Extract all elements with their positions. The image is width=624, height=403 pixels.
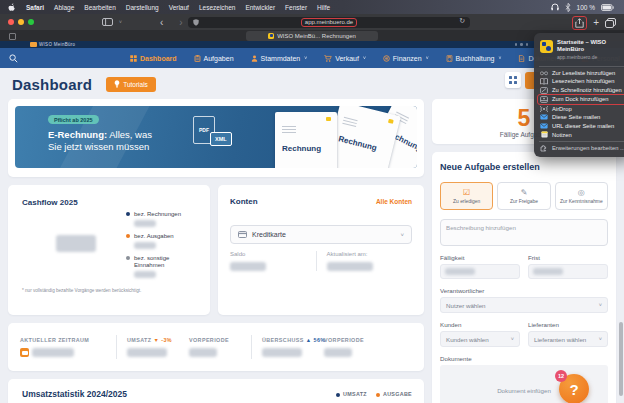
pinned-tab-icon[interactable] xyxy=(9,33,16,40)
beschreibung-textarea[interactable]: Beschreibung hinzufügen xyxy=(440,219,608,246)
type-zu-erledigen[interactable]: ☑ Zu erledigen xyxy=(440,182,493,210)
menu-item-notizen[interactable]: Notizen xyxy=(538,130,624,139)
nav-item-aufgaben[interactable]: Aufgaben xyxy=(194,55,234,62)
dashboard-page: Dashboard Tutorials Pflicht ab 2025 E-Re… xyxy=(0,68,624,403)
tab-overview-button[interactable] xyxy=(605,18,616,28)
period-stats-card: AKTUELLER ZEITRAUM UMSATZ▼-3% VORPERIODE… xyxy=(8,323,424,371)
kunden-select[interactable]: Kunden wählen˅ xyxy=(440,331,520,347)
konto-select[interactable]: Kreditkarte ˅ xyxy=(230,225,412,244)
menu-item-leseliste[interactable]: Zur Leseliste hinzufügen xyxy=(538,69,624,78)
back-button[interactable]: ‹ xyxy=(160,17,163,28)
headphones-icon[interactable] xyxy=(551,3,559,11)
app-top-strip: WISO MeinBüro xyxy=(0,41,624,48)
battery-percent: 100 % xyxy=(577,4,595,11)
menu-item-airdrop[interactable]: AirDrop xyxy=(538,105,624,114)
banner-title: E-Rechnung: Alles, was Sie jetzt wissen … xyxy=(48,129,152,152)
menu-item-lesezeichen[interactable]: Lesezeichen hinzufügen xyxy=(538,77,624,86)
menu-darstellung[interactable]: Darstellung xyxy=(121,4,164,11)
eye-icon: ◎ xyxy=(578,189,585,197)
dock-icon xyxy=(540,96,548,103)
active-tab[interactable]: WISO MeinBü... Rechnungen xyxy=(246,31,378,41)
faelligkeit-input[interactable] xyxy=(440,264,520,279)
invoice-images: Rechnung Rechnung Rechnung xyxy=(273,110,417,168)
tasks-icon xyxy=(194,55,201,62)
person-icon xyxy=(251,55,258,62)
mail-icon xyxy=(540,114,548,120)
saldo-value-redacted xyxy=(230,262,266,271)
saldo-label: Saldo xyxy=(230,251,316,257)
edit-icon: ✎ xyxy=(521,189,528,197)
wiso-logo[interactable]: WISO MeinBüro xyxy=(30,42,75,47)
tutorials-button[interactable]: Tutorials xyxy=(106,77,156,92)
menu-item-zum-dock[interactable]: Zum Dock hinzufügen xyxy=(537,94,624,104)
widgets-button[interactable] xyxy=(505,72,521,88)
header-icons xyxy=(515,43,529,46)
apple-menu-icon[interactable] xyxy=(8,3,15,11)
address-bar[interactable]: app.meinbuero.de ↻ xyxy=(188,17,470,28)
reload-icon[interactable]: ↻ xyxy=(459,17,465,25)
vorperiode-label: VORPERIODE xyxy=(324,337,376,343)
cart-icon xyxy=(324,55,332,62)
e-rechnung-banner[interactable]: Pflicht ab 2025 E-Rechnung: Alles, was S… xyxy=(15,106,417,168)
menu-verlauf[interactable]: Verlauf xyxy=(164,4,194,11)
type-zur-freigabe[interactable]: ✎ Zur Freigabe xyxy=(497,182,550,210)
menu-entwickler[interactable]: Entwickler xyxy=(240,4,280,11)
legend-umsatz: UMSATZ xyxy=(336,391,367,397)
share-button[interactable] xyxy=(572,16,587,30)
share-menu-url: app.meinbuero.de xyxy=(557,54,624,60)
frist-input[interactable] xyxy=(528,264,608,279)
battery-icon[interactable] xyxy=(601,4,614,11)
quick-note-icon xyxy=(540,87,548,94)
menu-safari[interactable]: Safari xyxy=(21,4,49,11)
zoom-window-button[interactable] xyxy=(28,19,34,25)
nutzer-select[interactable]: Nutzer wählen˅ xyxy=(440,297,608,313)
menu-item-url-mailen[interactable]: URL dieser Seite mailen xyxy=(538,122,624,131)
menu-fenster[interactable]: Fenster xyxy=(280,4,312,11)
legend-ausgabe: AUSGABE xyxy=(376,391,412,397)
umsatzstatistik-card: Umsatzstatistik 2024/2025 UMSATZ AUSGABE xyxy=(8,379,424,403)
sidebar-chevron-icon[interactable]: ˅ xyxy=(119,19,122,25)
new-tab-button[interactable]: + xyxy=(593,18,599,28)
menu-ablage[interactable]: Ablage xyxy=(49,4,79,11)
type-zur-kenntnisnahme[interactable]: ◎ Zur Kenntnisnahme xyxy=(555,182,608,210)
lieferanten-select[interactable]: Lieferanten wählen˅ xyxy=(528,331,608,347)
extensions-icon xyxy=(540,144,548,152)
menu-item-schnellnotiz[interactable]: Zu Schnellnotiz hinzufügen xyxy=(538,86,624,95)
konten-card: Konten Alle Konten Kreditkarte ˅ Saldo xyxy=(218,185,424,315)
kunden-label: Kunden xyxy=(440,321,520,328)
xml-icon: XML xyxy=(210,132,232,146)
nav-item-dashboard[interactable]: Dashboard xyxy=(130,55,177,62)
cashflow-title: Cashflow 2025 xyxy=(22,198,78,207)
menu-bearbeiten[interactable]: Bearbeiten xyxy=(79,4,120,11)
nav-item-stammdaten[interactable]: Stammdaten˅ xyxy=(251,55,308,62)
search-icon[interactable] xyxy=(9,54,18,63)
konten-title: Konten xyxy=(230,197,258,206)
lightbulb-icon xyxy=(114,80,120,88)
forward-button[interactable]: › xyxy=(179,17,182,28)
minimize-window-button[interactable] xyxy=(18,19,24,25)
frist-label: Frist xyxy=(528,254,608,261)
nav-item-buchhaltung[interactable]: Buchhaltung˅ xyxy=(446,55,502,62)
help-button[interactable]: ? 12 xyxy=(559,374,589,403)
calculator-icon xyxy=(446,55,453,62)
dashboard-icon xyxy=(130,55,137,62)
menu-lesezeichen[interactable]: Lesezeichen xyxy=(194,4,241,11)
sidebar-toggle-icon[interactable] xyxy=(102,18,113,26)
close-window-button[interactable] xyxy=(8,19,14,25)
cashflow-footnote: * nur vollständig bezahlte Vorgänge werd… xyxy=(22,288,141,293)
nav-item-verkauf[interactable]: Verkauf˅ xyxy=(324,55,366,62)
bluetooth-icon[interactable] xyxy=(565,3,571,12)
airdrop-icon xyxy=(540,105,548,113)
credit-card-icon xyxy=(238,231,247,238)
alle-konten-link[interactable]: Alle Konten xyxy=(376,198,412,205)
scrollbar[interactable] xyxy=(619,322,623,396)
banner-badge: Pflicht ab 2025 xyxy=(48,115,99,124)
updated-value-redacted xyxy=(327,262,373,271)
tab-favicon xyxy=(268,33,274,39)
wiso-logo-text: WISO MeinBüro xyxy=(39,42,75,47)
nav-item-finanzen[interactable]: Finanzen˅ xyxy=(383,55,429,62)
app-navbar: Dashboard Aufgaben Stammdaten˅ Verkauf˅ … xyxy=(0,48,624,68)
menu-item-erweiterungen[interactable]: Erweiterungen bearbeiten ... xyxy=(538,144,624,153)
menu-item-seite-mailen[interactable]: Diese Seite mailen xyxy=(538,113,624,122)
menu-hilfe[interactable]: Hilfe xyxy=(312,4,335,11)
